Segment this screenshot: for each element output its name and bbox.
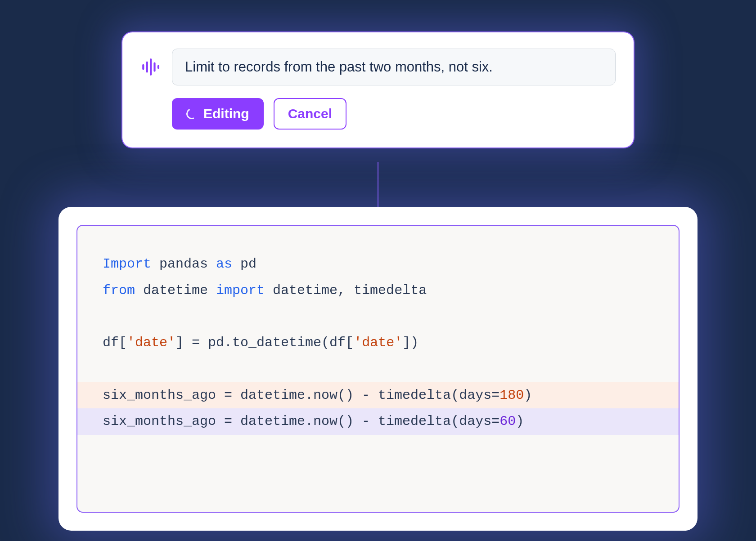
code-token: six_months_ago = datetime.now() - timede…: [103, 388, 500, 403]
svg-rect-1: [146, 61, 148, 72]
code-token: 'date': [354, 335, 402, 350]
code-token: Import: [103, 256, 151, 272]
code-line-blank: [77, 304, 679, 330]
code-token: as: [216, 256, 232, 272]
prompt-row: Limit to records from the past two month…: [140, 49, 616, 85]
cancel-button[interactable]: Cancel: [274, 98, 346, 130]
code-block: Import pandas as pdfrom datetime import …: [76, 225, 680, 513]
code-token: import: [216, 283, 265, 298]
spinner-icon: [185, 107, 199, 121]
code-line: Import pandas as pd: [77, 251, 679, 277]
code-token: 'date': [127, 335, 176, 350]
code-token: from: [103, 283, 135, 298]
code-token: datetime, timedelta: [265, 283, 427, 298]
code-card: Import pandas as pdfrom datetime import …: [58, 207, 698, 531]
code-line-blank: [77, 356, 679, 382]
prompt-card: Limit to records from the past two month…: [122, 31, 634, 148]
code-line-added: six_months_ago = datetime.now() - timede…: [77, 408, 679, 435]
code-line: df['date'] = pd.to_datetime(df['date']): [77, 330, 679, 356]
code-token: 60: [500, 414, 516, 429]
code-token: 180: [500, 388, 524, 403]
svg-rect-4: [158, 65, 159, 69]
editing-button-label: Editing: [203, 106, 249, 121]
code-token: ] = pd.to_datetime(df[: [176, 335, 354, 350]
code-token: datetime: [135, 283, 216, 298]
svg-rect-0: [142, 64, 144, 70]
code-token: df[: [103, 335, 127, 350]
code-token: six_months_ago = datetime.now() - timede…: [103, 414, 500, 429]
code-token: ): [516, 414, 524, 429]
code-token: pd: [232, 256, 256, 272]
cancel-button-label: Cancel: [288, 106, 332, 121]
audio-waveform-icon: [140, 58, 159, 76]
editing-button[interactable]: Editing: [172, 98, 264, 130]
code-line: from datetime import datetime, timedelta: [77, 277, 679, 304]
svg-rect-3: [153, 63, 155, 72]
code-token: ): [524, 388, 532, 403]
svg-rect-2: [150, 58, 152, 76]
code-token: pandas: [151, 256, 216, 272]
code-token: ]): [402, 335, 418, 350]
code-line-removed: six_months_ago = datetime.now() - timede…: [77, 382, 679, 409]
prompt-input[interactable]: Limit to records from the past two month…: [172, 49, 616, 85]
button-row: Editing Cancel: [172, 98, 616, 130]
